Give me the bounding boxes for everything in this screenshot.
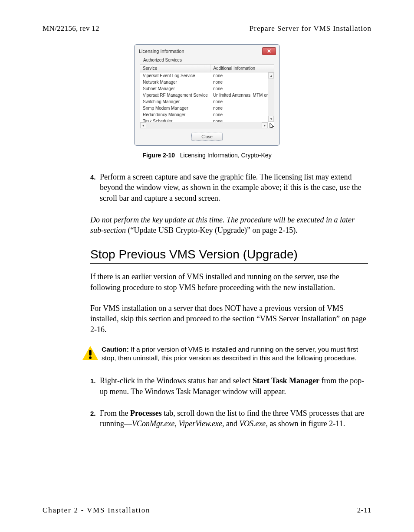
- paragraph: If there is an earlier version of VMS in…: [90, 271, 368, 293]
- table-row: Subnet Managernone: [140, 85, 274, 92]
- chevron-down-icon[interactable]: ▾: [268, 116, 274, 122]
- cursor-icon: [269, 123, 274, 128]
- col-service[interactable]: Service: [140, 65, 210, 72]
- table-row: Network Managernone: [140, 79, 274, 85]
- table-row: Snmp Modem Managernone: [140, 105, 274, 111]
- col-info[interactable]: Additional Information: [210, 65, 274, 72]
- licensing-dialog: Licensing Information ✕ Authorized Servi…: [134, 44, 280, 146]
- close-icon[interactable]: ✕: [262, 47, 276, 55]
- table-row: Switching Managernone: [140, 98, 274, 105]
- svg-rect-0: [89, 350, 92, 356]
- services-table: Service Additional Information Vipersat …: [140, 65, 274, 124]
- caution-icon: [82, 345, 99, 362]
- figure-caption: Licensing Information, Crypto-Key: [180, 152, 272, 159]
- footer-chapter: Chapter 2 - VMS Installation: [43, 506, 150, 515]
- chevron-right-icon[interactable]: ▸: [262, 122, 268, 128]
- svg-point-1: [89, 356, 92, 359]
- step-text: Right-click in the Windows status bar an…: [100, 375, 368, 397]
- note-paragraph: Do not perform the key update at this ti…: [90, 215, 368, 236]
- chevron-up-icon[interactable]: ▴: [268, 72, 274, 78]
- group-label: Authorized Services: [135, 57, 279, 62]
- footer-page: 2-11: [357, 506, 371, 515]
- section-heading: Stop Previous VMS Version (Upgrade): [90, 248, 368, 264]
- close-button[interactable]: Close: [191, 133, 223, 141]
- step-text: From the Processes tab, scroll down the …: [100, 408, 368, 429]
- step-number: 4.: [90, 172, 100, 203]
- step-number: 2.: [90, 408, 100, 429]
- horizontal-scrollbar[interactable]: ◂ ▸: [140, 122, 268, 128]
- dialog-title: Licensing Information: [139, 49, 184, 54]
- page-section-title: Prepare Server for VMS Installation: [250, 24, 371, 33]
- doc-id: MN/22156, rev 12: [43, 24, 99, 33]
- vertical-scrollbar[interactable]: ▴ ▾: [268, 72, 274, 122]
- step-text: Perform a screen capture and save the gr…: [100, 172, 368, 203]
- table-row: Vipersat RF Management ServiceUnlimited …: [140, 92, 274, 98]
- table-row: Vipersat Event Log Servicenone: [140, 72, 274, 79]
- step-number: 1.: [90, 375, 100, 397]
- table-row: Redundancy Managernone: [140, 111, 274, 118]
- figure-label: Figure 2-10: [142, 152, 175, 159]
- chevron-left-icon[interactable]: ◂: [140, 122, 146, 128]
- caution-text: Caution: If a prior version of VMS is in…: [102, 345, 368, 362]
- paragraph: For VMS installation on a server that do…: [90, 303, 368, 335]
